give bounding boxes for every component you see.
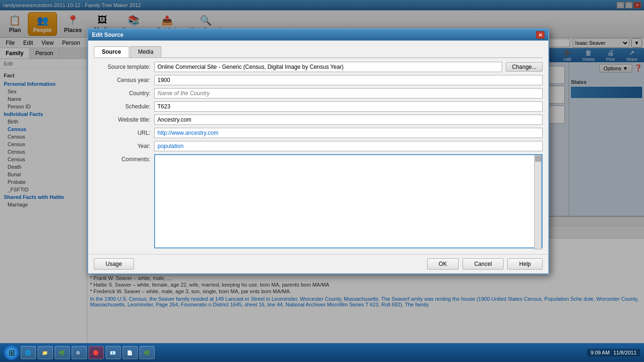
cancel-btn[interactable]: Cancel <box>462 258 504 270</box>
scroll-thumb <box>535 156 542 162</box>
website-title-row: Website title: <box>94 115 543 125</box>
comments-container <box>154 154 543 248</box>
change-btn[interactable]: Change... <box>506 62 543 72</box>
dialog-buttons: Usage OK Cancel Help <box>88 254 548 273</box>
schedule-label: Schedule: <box>94 103 150 110</box>
taskbar-ftm[interactable]: 🌿 <box>55 346 70 359</box>
source-template-input[interactable] <box>154 62 502 72</box>
dialog-tabs: Source Media <box>94 46 543 58</box>
schedule-row: Schedule: <box>94 101 543 112</box>
taskbar-left: ⊞ 🌐 📁 🌿 ⚙ 🔴 📧 📄 🌿 <box>4 345 155 360</box>
taskbar-time: 9:09 AM <box>591 350 610 355</box>
help-btn[interactable]: Help <box>507 258 543 270</box>
source-template-label: Source template: <box>94 64 150 70</box>
url-row: URL: <box>94 128 543 138</box>
taskbar-email[interactable]: 📧 <box>106 346 121 359</box>
country-label: Country: <box>94 90 150 97</box>
year-row: Year: <box>94 141 543 151</box>
taskbar-ftm2[interactable]: 🌿 <box>140 346 155 359</box>
country-input[interactable] <box>154 88 543 99</box>
url-input[interactable] <box>154 128 543 138</box>
dialog-title: Edit Source <box>92 32 124 38</box>
ok-cancel-group: OK Cancel Help <box>427 258 543 270</box>
year-label: Year: <box>94 143 150 149</box>
country-row: Country: <box>94 88 543 99</box>
taskbar-pdf[interactable]: 📄 <box>123 346 138 359</box>
census-year-input[interactable] <box>154 75 543 85</box>
schedule-input[interactable] <box>154 101 543 112</box>
website-title-input[interactable] <box>154 115 543 125</box>
taskbar-date: 11/8/2011 <box>613 350 636 355</box>
census-year-label: Census year: <box>94 77 150 83</box>
taskbar-right: 9:09 AM 11/8/2011 <box>587 349 640 356</box>
year-input[interactable] <box>154 141 543 151</box>
url-label: URL: <box>94 130 150 136</box>
taskbar-explorer[interactable]: 📁 <box>38 346 53 359</box>
comments-row: Comments: <box>94 154 543 248</box>
usage-btn[interactable]: Usage <box>94 258 134 270</box>
source-template-row: Source template: Change... <box>94 62 543 72</box>
start-btn[interactable]: ⊞ <box>4 345 19 360</box>
census-year-row: Census year: <box>94 75 543 85</box>
taskbar-ie[interactable]: 🌐 <box>21 346 36 359</box>
dialog-close-btn[interactable]: ✕ <box>536 31 545 39</box>
edit-source-dialog: Edit Source ✕ Source Media Source templa… <box>87 28 549 274</box>
scrollbar[interactable] <box>534 155 542 249</box>
dialog-tab-media[interactable]: Media <box>130 46 162 58</box>
dialog-title-bar: Edit Source ✕ <box>88 29 548 41</box>
comments-textarea[interactable] <box>155 155 534 247</box>
dialog-tab-source[interactable]: Source <box>94 46 129 58</box>
taskbar-red[interactable]: 🔴 <box>89 346 104 359</box>
modal-overlay: Edit Source ✕ Source Media Source templa… <box>0 0 644 362</box>
taskbar: ⊞ 🌐 📁 🌿 ⚙ 🔴 📧 📄 🌿 9:09 AM 11/8/2011 <box>0 343 644 362</box>
taskbar-settings[interactable]: ⚙ <box>72 346 87 359</box>
dialog-content: Source Media Source template: Change... … <box>88 41 548 254</box>
comments-label: Comments: <box>94 154 150 163</box>
ok-btn[interactable]: OK <box>427 258 459 270</box>
website-title-label: Website title: <box>94 116 150 123</box>
